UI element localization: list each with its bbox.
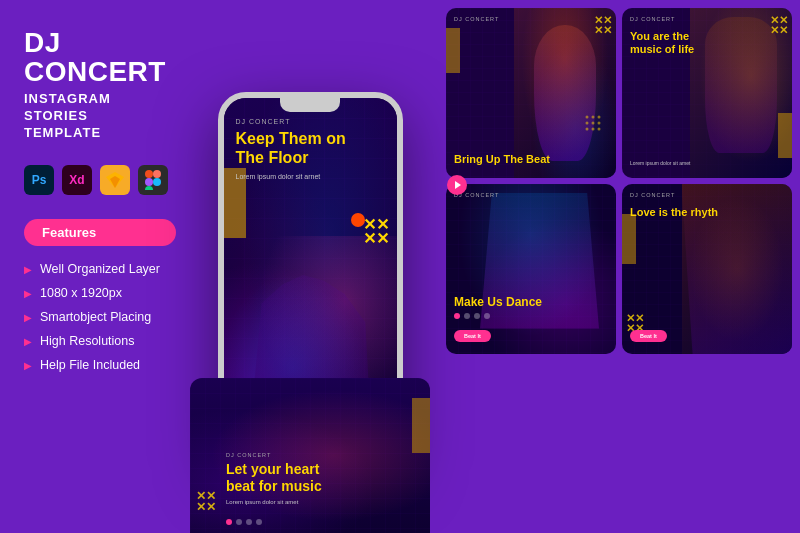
- phone-subtext: Lorem ipsum dolor sit arnet: [236, 173, 385, 180]
- bottom-center-card-inner: ✕✕✕✕ DJ CONCERT Let your heart beat for …: [190, 378, 430, 533]
- svg-point-18: [598, 128, 601, 131]
- svg-point-13: [586, 122, 589, 125]
- svg-point-6: [153, 178, 161, 186]
- card3-dots: [454, 313, 490, 319]
- bullet-arrow-1: ▶: [24, 264, 32, 275]
- bottom-center-card: ✕✕✕✕ DJ CONCERT Let your heart beat for …: [190, 378, 430, 533]
- bottom-dot-4: [256, 519, 262, 525]
- bottom-card-subtext: Lorem ipsum dolor sit amet: [226, 499, 402, 505]
- phone-notch: [280, 98, 340, 112]
- bottom-dot-2: [236, 519, 242, 525]
- svg-point-15: [598, 122, 601, 125]
- card2-gold-rect: [778, 113, 792, 158]
- feature-item-1: ▶ Well Organized Layer: [24, 262, 176, 276]
- main-title: DJ CONCERT: [24, 28, 176, 87]
- svg-point-16: [586, 128, 589, 131]
- phone-xx-marks: ✕✕✕✕: [363, 218, 389, 247]
- phone-dj-label: DJ CONCERT: [236, 118, 385, 125]
- bottom-card-gold-rect: [412, 398, 430, 453]
- svg-rect-5: [145, 186, 153, 190]
- card3-photo: [446, 184, 616, 354]
- story-card-1: ✕✕✕✕ DJ CONCERT Bring Up The Beat: [446, 8, 616, 178]
- card4-gold-rect: [622, 214, 636, 264]
- bottom-card-xx: ✕✕✕✕: [196, 491, 216, 513]
- bullet-arrow-2: ▶: [24, 288, 32, 299]
- c3-dot-4: [484, 313, 490, 319]
- card1-title: Bring Up The Beat: [454, 153, 608, 166]
- phone-orange-dot: [351, 213, 365, 227]
- svg-rect-4: [145, 178, 153, 186]
- bottom-dot-1: [226, 519, 232, 525]
- c3-dot-3: [474, 313, 480, 319]
- card2-label: DJ CONCERT: [630, 16, 675, 22]
- card3-button[interactable]: Beat It: [454, 330, 491, 342]
- card4-label: DJ CONCERT: [630, 192, 675, 198]
- icons-row: Ps Xd: [24, 165, 176, 195]
- sub-title: INSTAGRAM STORIES TEMPLATE: [24, 91, 176, 142]
- feature-item-4: ▶ High Resolutions: [24, 334, 176, 348]
- bottom-card-text: DJ CONCERT Let your heart beat for music…: [226, 452, 402, 505]
- card2-sub: Lorem ipsum dolor sit amet: [630, 160, 715, 166]
- bullet-arrow-3: ▶: [24, 312, 32, 323]
- card1-dot-grid: [584, 114, 614, 148]
- card4-button[interactable]: Beat It: [630, 330, 667, 342]
- play-icon: [453, 181, 461, 189]
- xd-icon: Xd: [62, 165, 92, 195]
- bottom-card-heading: Let your heart beat for music: [226, 461, 402, 495]
- card2-xx: ✕✕✕✕: [770, 16, 788, 36]
- svg-point-11: [592, 116, 595, 119]
- bottom-dot-3: [246, 519, 252, 525]
- c3-dot-2: [464, 313, 470, 319]
- story-card-4: ✕✕✕✕ DJ CONCERT Love is the rhyth Beat I…: [622, 184, 792, 354]
- card3-title: Make Us Dance: [454, 295, 608, 309]
- card4-title: Love is the rhyth: [630, 206, 724, 219]
- story-card-3: DJ CONCERT Make Us Dance Beat It: [446, 184, 616, 354]
- svg-point-12: [598, 116, 601, 119]
- features-badge: Features: [24, 219, 176, 246]
- svg-point-17: [592, 128, 595, 131]
- sketch-icon: [100, 165, 130, 195]
- svg-rect-2: [145, 170, 153, 178]
- card1-gold-rect: [446, 28, 460, 73]
- bottom-card-dots: [226, 519, 262, 525]
- bottom-card-label: DJ CONCERT: [226, 452, 402, 458]
- card1-label: DJ CONCERT: [454, 16, 499, 22]
- card1-xx: ✕✕✕✕: [594, 16, 612, 36]
- play-button-float[interactable]: [447, 175, 467, 195]
- bullet-arrow-5: ▶: [24, 360, 32, 371]
- svg-rect-3: [153, 170, 161, 178]
- feature-item-2: ▶ 1080 x 1920px: [24, 286, 176, 300]
- right-cards-grid: ✕✕✕✕ DJ CONCERT Bring Up The Beat ✕✕✕✕ D…: [438, 0, 800, 533]
- card2-title: You are the music of life: [630, 30, 715, 56]
- c3-dot-1: [454, 313, 460, 319]
- phone-heading: Keep Them on The Floor: [236, 129, 385, 167]
- bullet-arrow-4: ▶: [24, 336, 32, 347]
- phone-content: DJ CONCERT Keep Them on The Floor Lorem …: [236, 118, 385, 190]
- ps-icon: Ps: [24, 165, 54, 195]
- features-list: ▶ Well Organized Layer ▶ 1080 x 1920px ▶…: [24, 262, 176, 372]
- svg-point-10: [586, 116, 589, 119]
- feature-item-3: ▶ Smartobject Placing: [24, 310, 176, 324]
- figma-icon: [138, 165, 168, 195]
- story-card-2: ✕✕✕✕ DJ CONCERT You are the music of lif…: [622, 8, 792, 178]
- left-panel: DJ CONCERT INSTAGRAM STORIES TEMPLATE Ps…: [0, 0, 200, 533]
- feature-item-5: ▶ Help File Included: [24, 358, 176, 372]
- svg-point-14: [592, 122, 595, 125]
- svg-marker-22: [455, 181, 461, 189]
